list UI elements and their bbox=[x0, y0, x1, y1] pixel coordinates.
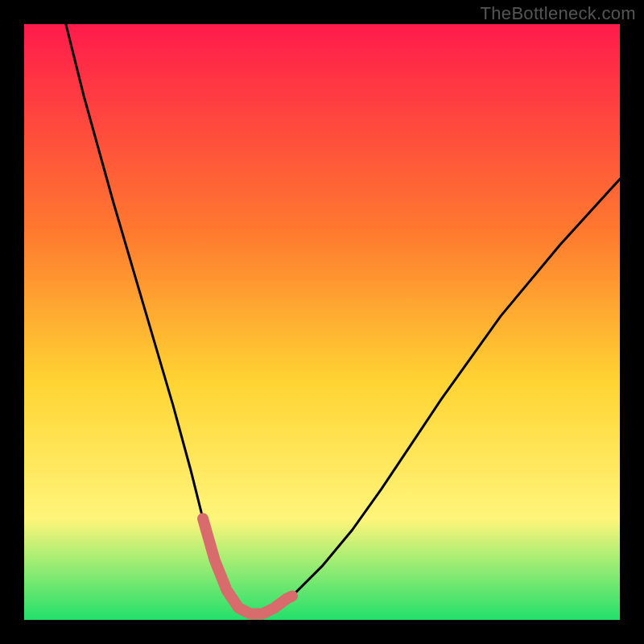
chart-svg bbox=[24, 24, 620, 620]
watermark-text: TheBottleneck.com bbox=[481, 3, 636, 24]
plot-area bbox=[24, 24, 620, 620]
chart-frame: TheBottleneck.com bbox=[0, 0, 644, 644]
gradient-background bbox=[24, 24, 620, 620]
